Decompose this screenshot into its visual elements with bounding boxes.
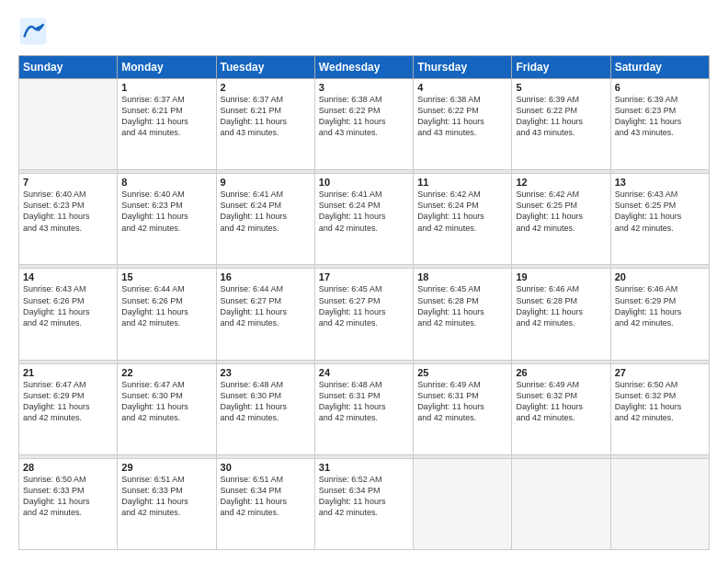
day-info: Sunrise: 6:47 AM Sunset: 6:29 PM Dayligh…: [23, 379, 113, 424]
day-info: Sunrise: 6:38 AM Sunset: 6:22 PM Dayligh…: [417, 94, 507, 139]
calendar-cell: 1Sunrise: 6:37 AM Sunset: 6:21 PM Daylig…: [118, 79, 216, 170]
day-number: 8: [121, 177, 211, 188]
day-info: Sunrise: 6:50 AM Sunset: 6:32 PM Dayligh…: [615, 379, 705, 424]
day-number: 15: [121, 271, 211, 282]
calendar-cell: [414, 458, 512, 549]
day-info: Sunrise: 6:49 AM Sunset: 6:31 PM Dayligh…: [417, 379, 507, 424]
day-number: 31: [319, 462, 409, 473]
day-info: Sunrise: 6:49 AM Sunset: 6:32 PM Dayligh…: [516, 379, 606, 424]
svg-rect-0: [20, 18, 47, 45]
calendar-cell: 6Sunrise: 6:39 AM Sunset: 6:23 PM Daylig…: [610, 79, 709, 170]
day-number: 27: [615, 367, 705, 378]
day-number: 11: [417, 177, 507, 188]
day-number: 14: [23, 271, 113, 282]
day-info: Sunrise: 6:40 AM Sunset: 6:23 PM Dayligh…: [23, 189, 113, 234]
day-number: 30: [221, 462, 311, 473]
day-info: Sunrise: 6:44 AM Sunset: 6:27 PM Dayligh…: [221, 283, 311, 328]
day-info: Sunrise: 6:43 AM Sunset: 6:25 PM Dayligh…: [615, 189, 705, 234]
calendar-body: 1Sunrise: 6:37 AM Sunset: 6:21 PM Daylig…: [19, 79, 710, 550]
day-number: 24: [319, 367, 409, 378]
calendar-week-row: 21Sunrise: 6:47 AM Sunset: 6:29 PM Dayli…: [19, 363, 710, 454]
calendar-cell: 12Sunrise: 6:42 AM Sunset: 6:25 PM Dayli…: [512, 174, 610, 265]
calendar-cell: 15Sunrise: 6:44 AM Sunset: 6:26 PM Dayli…: [118, 269, 216, 360]
day-info: Sunrise: 6:51 AM Sunset: 6:33 PM Dayligh…: [121, 474, 211, 519]
day-number: 29: [121, 462, 211, 473]
day-number: 21: [23, 367, 113, 378]
day-info: Sunrise: 6:51 AM Sunset: 6:34 PM Dayligh…: [221, 474, 311, 519]
calendar-header-cell: Monday: [118, 56, 216, 79]
calendar-header-cell: Saturday: [610, 56, 709, 79]
day-info: Sunrise: 6:46 AM Sunset: 6:28 PM Dayligh…: [516, 283, 606, 328]
calendar-cell: 5Sunrise: 6:39 AM Sunset: 6:22 PM Daylig…: [512, 79, 610, 170]
calendar-cell: 20Sunrise: 6:46 AM Sunset: 6:29 PM Dayli…: [610, 269, 709, 360]
calendar-cell: 25Sunrise: 6:49 AM Sunset: 6:31 PM Dayli…: [414, 363, 512, 454]
calendar-cell: 29Sunrise: 6:51 AM Sunset: 6:33 PM Dayli…: [118, 458, 216, 549]
calendar-cell: 27Sunrise: 6:50 AM Sunset: 6:32 PM Dayli…: [610, 363, 709, 454]
calendar-week-row: 1Sunrise: 6:37 AM Sunset: 6:21 PM Daylig…: [19, 79, 710, 170]
day-info: Sunrise: 6:47 AM Sunset: 6:30 PM Dayligh…: [121, 379, 211, 424]
day-number: 3: [319, 82, 409, 93]
day-info: Sunrise: 6:37 AM Sunset: 6:21 PM Dayligh…: [121, 94, 211, 139]
day-info: Sunrise: 6:40 AM Sunset: 6:23 PM Dayligh…: [121, 189, 211, 234]
calendar-header-cell: Thursday: [414, 56, 512, 79]
calendar-cell: 28Sunrise: 6:50 AM Sunset: 6:33 PM Dayli…: [19, 458, 118, 549]
calendar-cell: 30Sunrise: 6:51 AM Sunset: 6:34 PM Dayli…: [216, 458, 314, 549]
day-info: Sunrise: 6:41 AM Sunset: 6:24 PM Dayligh…: [221, 189, 311, 234]
calendar-cell: 18Sunrise: 6:45 AM Sunset: 6:28 PM Dayli…: [414, 269, 512, 360]
day-info: Sunrise: 6:42 AM Sunset: 6:24 PM Dayligh…: [417, 189, 507, 234]
calendar-cell: 9Sunrise: 6:41 AM Sunset: 6:24 PM Daylig…: [216, 174, 314, 265]
calendar-cell: 10Sunrise: 6:41 AM Sunset: 6:24 PM Dayli…: [314, 174, 413, 265]
day-number: 4: [417, 82, 507, 93]
calendar-cell: 11Sunrise: 6:42 AM Sunset: 6:24 PM Dayli…: [414, 174, 512, 265]
day-number: 6: [615, 82, 705, 93]
calendar-week-row: 14Sunrise: 6:43 AM Sunset: 6:26 PM Dayli…: [19, 269, 710, 360]
calendar-week-row: 28Sunrise: 6:50 AM Sunset: 6:33 PM Dayli…: [19, 458, 710, 549]
calendar-cell: 7Sunrise: 6:40 AM Sunset: 6:23 PM Daylig…: [19, 174, 118, 265]
day-info: Sunrise: 6:39 AM Sunset: 6:23 PM Dayligh…: [615, 94, 705, 139]
day-number: 26: [516, 367, 606, 378]
day-number: 1: [121, 82, 211, 93]
day-info: Sunrise: 6:48 AM Sunset: 6:30 PM Dayligh…: [221, 379, 311, 424]
calendar-cell: [19, 79, 118, 170]
day-number: 7: [23, 177, 113, 188]
calendar-table: SundayMondayTuesdayWednesdayThursdayFrid…: [18, 55, 710, 550]
day-info: Sunrise: 6:37 AM Sunset: 6:21 PM Dayligh…: [221, 94, 311, 139]
day-number: 5: [516, 82, 606, 93]
calendar-cell: [512, 458, 610, 549]
calendar-cell: 8Sunrise: 6:40 AM Sunset: 6:23 PM Daylig…: [118, 174, 216, 265]
calendar-cell: 19Sunrise: 6:46 AM Sunset: 6:28 PM Dayli…: [512, 269, 610, 360]
header: [18, 17, 710, 46]
day-info: Sunrise: 6:45 AM Sunset: 6:27 PM Dayligh…: [319, 283, 409, 328]
calendar-cell: 26Sunrise: 6:49 AM Sunset: 6:32 PM Dayli…: [512, 363, 610, 454]
calendar-cell: 31Sunrise: 6:52 AM Sunset: 6:34 PM Dayli…: [314, 458, 413, 549]
calendar-cell: 21Sunrise: 6:47 AM Sunset: 6:29 PM Dayli…: [19, 363, 118, 454]
day-number: 10: [319, 177, 409, 188]
day-number: 18: [417, 271, 507, 282]
calendar-week-row: 7Sunrise: 6:40 AM Sunset: 6:23 PM Daylig…: [19, 174, 710, 265]
calendar-cell: 24Sunrise: 6:48 AM Sunset: 6:31 PM Dayli…: [314, 363, 413, 454]
calendar-header-cell: Friday: [512, 56, 610, 79]
day-info: Sunrise: 6:43 AM Sunset: 6:26 PM Dayligh…: [23, 283, 113, 328]
calendar-cell: [610, 458, 709, 549]
day-info: Sunrise: 6:48 AM Sunset: 6:31 PM Dayligh…: [319, 379, 409, 424]
calendar-cell: 14Sunrise: 6:43 AM Sunset: 6:26 PM Dayli…: [19, 269, 118, 360]
calendar-header-cell: Sunday: [19, 56, 118, 79]
day-info: Sunrise: 6:39 AM Sunset: 6:22 PM Dayligh…: [516, 94, 606, 139]
day-number: 20: [615, 271, 705, 282]
day-number: 22: [121, 367, 211, 378]
calendar-cell: 4Sunrise: 6:38 AM Sunset: 6:22 PM Daylig…: [414, 79, 512, 170]
calendar-header-cell: Tuesday: [216, 56, 314, 79]
day-info: Sunrise: 6:50 AM Sunset: 6:33 PM Dayligh…: [23, 474, 113, 519]
day-number: 2: [221, 82, 311, 93]
day-info: Sunrise: 6:41 AM Sunset: 6:24 PM Dayligh…: [319, 189, 409, 234]
day-number: 25: [417, 367, 507, 378]
logo: [18, 17, 51, 46]
logo-icon: [18, 17, 48, 46]
page: SundayMondayTuesdayWednesdayThursdayFrid…: [0, 0, 728, 563]
calendar-cell: 17Sunrise: 6:45 AM Sunset: 6:27 PM Dayli…: [314, 269, 413, 360]
day-number: 19: [516, 271, 606, 282]
calendar-cell: 22Sunrise: 6:47 AM Sunset: 6:30 PM Dayli…: [118, 363, 216, 454]
calendar-cell: 16Sunrise: 6:44 AM Sunset: 6:27 PM Dayli…: [216, 269, 314, 360]
day-number: 13: [615, 177, 705, 188]
calendar-cell: 3Sunrise: 6:38 AM Sunset: 6:22 PM Daylig…: [314, 79, 413, 170]
